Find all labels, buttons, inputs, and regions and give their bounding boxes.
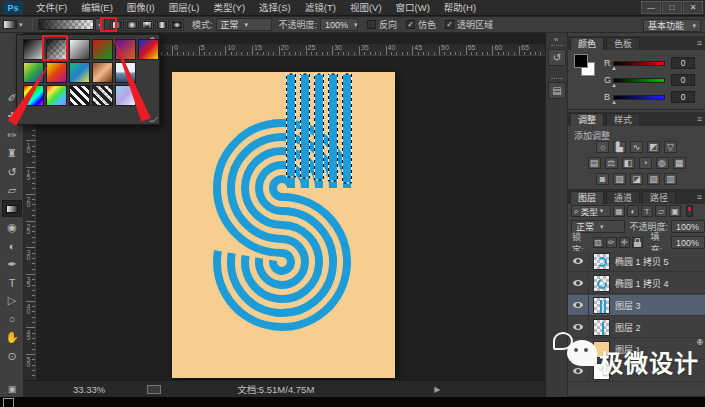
tab-色板[interactable]: 色板 <box>606 37 640 50</box>
menu-类型(Y)[interactable]: 类型(Y) <box>206 0 252 16</box>
filter-adjustment-icon[interactable]: ◐ <box>627 205 639 217</box>
channel-slider[interactable]: ▲ <box>613 61 665 66</box>
layer-thumbnail[interactable] <box>593 275 610 292</box>
status-menu-arrow[interactable]: ▶ <box>434 385 440 394</box>
dodge-tool[interactable]: ◐ <box>2 237 22 254</box>
path-selection-tool[interactable]: ▷ <box>2 292 22 309</box>
radial-gradient-button[interactable] <box>125 19 139 31</box>
channel-value[interactable]: 0 <box>671 74 695 86</box>
gradient-swatch-black-white[interactable] <box>69 39 90 60</box>
gradient-preview[interactable] <box>38 19 94 30</box>
shape-tool[interactable]: ○ <box>2 311 22 328</box>
color-lookup-icon[interactable]: ▦ <box>673 157 686 169</box>
properties-panel-button[interactable]: ▤ <box>548 82 566 99</box>
gradient-swatch-violet-orange[interactable] <box>115 39 136 60</box>
menu-帮助(H)[interactable]: 帮助(H) <box>437 0 483 16</box>
expand-panels-icon[interactable]: « <box>554 35 558 44</box>
resize-grip[interactable] <box>149 117 159 122</box>
channel-value[interactable]: 0 <box>671 57 695 69</box>
vibrance-icon[interactable]: ▽ <box>664 141 677 153</box>
slider-marker[interactable]: ▲ <box>611 65 617 71</box>
pen-tool[interactable]: ✒ <box>2 256 22 273</box>
curves-icon[interactable]: ∿ <box>630 141 643 153</box>
checkbox-反向[interactable]: 反向 <box>367 18 397 31</box>
menu-图层(L)[interactable]: 图层(L) <box>162 0 207 16</box>
menu-图像(I)[interactable]: 图像(I) <box>120 0 162 16</box>
gradient-swatch-yellow-red-violet[interactable] <box>46 62 67 83</box>
document-canvas[interactable] <box>172 72 395 378</box>
minimize-button[interactable]: — <box>641 1 661 14</box>
fill-select[interactable]: 100%▾ <box>671 236 705 249</box>
opacity-select[interactable]: 100%▾ <box>320 18 358 31</box>
slider-marker[interactable]: ▲ <box>611 82 617 88</box>
channel-mixer-icon[interactable]: ◍ <box>656 157 669 169</box>
invert-icon[interactable]: ◙ <box>596 173 609 185</box>
levels-icon[interactable]: ▙ <box>613 141 626 153</box>
tab-图层[interactable]: 图层 <box>570 191 604 204</box>
gradient-swatch-spectrum[interactable] <box>23 85 44 106</box>
gradient-swatch-yellow-green-blue[interactable] <box>23 62 44 83</box>
panel-menu-icon[interactable]: ≡ <box>697 114 702 124</box>
history-brush-tool[interactable]: ↺ <box>2 164 22 181</box>
brush-tool[interactable]: ✏ <box>2 127 22 144</box>
visibility-eye-icon[interactable] <box>573 258 583 264</box>
menu-窗口(W)[interactable]: 窗口(W) <box>389 0 437 16</box>
document-info[interactable]: 文档:5.51M/4.75M <box>237 382 314 396</box>
zoom-level[interactable]: 33.33% <box>73 384 105 395</box>
color-balance-icon[interactable]: ⚖ <box>605 157 618 169</box>
gradient-swatch-pastel-blue[interactable] <box>115 85 136 106</box>
angle-gradient-button[interactable] <box>140 19 154 31</box>
gradient-swatch-copper[interactable] <box>92 62 113 83</box>
tab-调整[interactable]: 调整 <box>570 113 604 126</box>
gradient-swatch-transparent-stripes[interactable] <box>92 85 113 106</box>
layer-filter-select[interactable]: ⌕ 类型 ▾ <box>571 205 611 217</box>
gradient-swatch-blue-red-yellow[interactable] <box>138 39 159 60</box>
gradient-swatch-red-green[interactable] <box>92 39 113 60</box>
photo-filter-icon[interactable]: ◔ <box>639 157 652 169</box>
reflected-gradient-button[interactable] <box>155 19 169 31</box>
gradient-swatch-green-cyan-yellow[interactable] <box>69 62 90 83</box>
menu-选择(S)[interactable]: 选择(S) <box>252 0 298 16</box>
slider-marker[interactable]: ▲ <box>611 99 617 105</box>
menu-视图(V)[interactable]: 视图(V) <box>343 0 389 16</box>
menu-文件(F)[interactable]: 文件(F) <box>29 0 74 16</box>
visibility-eye-icon[interactable] <box>573 302 583 308</box>
black-white-icon[interactable]: ◧ <box>622 157 635 169</box>
panel-menu-icon[interactable]: ≡ <box>697 38 702 48</box>
exposure-icon[interactable]: ◩ <box>647 141 660 153</box>
layer-opacity-select[interactable]: 100%▾ <box>671 220 705 233</box>
channel-slider[interactable]: ▲ <box>613 95 665 100</box>
maximize-button[interactable]: □ <box>662 1 682 14</box>
checkbox-仿色[interactable]: ✓仿色 <box>406 18 436 31</box>
layer-row[interactable]: 椭圆 1 拷贝 4 <box>568 273 705 294</box>
brightness-contrast-icon[interactable]: ☼ <box>596 141 609 153</box>
tab-路径[interactable]: 路径 <box>642 191 676 204</box>
menu-编辑(E)[interactable]: 编辑(E) <box>74 0 120 16</box>
layer-thumbnail[interactable] <box>593 297 610 314</box>
channel-slider[interactable]: ▲ <box>613 78 665 83</box>
blur-tool[interactable]: ◉ <box>2 219 22 236</box>
posterize-icon[interactable]: ▨ <box>613 173 626 185</box>
filter-toggle-switch[interactable] <box>686 205 693 217</box>
history-panel-button[interactable]: ↺ <box>548 49 566 66</box>
filter-type-icon[interactable]: T <box>641 205 653 217</box>
visibility-eye-icon[interactable] <box>573 280 583 286</box>
zoom-tool[interactable]: ⊙ <box>2 348 22 365</box>
gradient-swatch-fg-to-bg[interactable] <box>23 39 44 60</box>
panel-menu-icon[interactable]: ≡ <box>697 192 702 202</box>
lock-all-icon[interactable] <box>632 237 643 248</box>
diamond-gradient-button[interactable] <box>170 19 184 31</box>
gradient-swatch-transparent-rainbow[interactable] <box>46 85 67 106</box>
gradient-swatch-neutral-stripes[interactable] <box>69 85 90 106</box>
lock-pixels-icon[interactable]: ✏ <box>606 237 617 248</box>
gradient-tool[interactable] <box>2 200 22 217</box>
menu-滤镜(T)[interactable]: 滤镜(T) <box>298 0 343 16</box>
hue-saturation-icon[interactable]: ▤ <box>588 157 601 169</box>
gradient-map-icon[interactable]: ▥ <box>664 173 677 185</box>
foreground-color-swatch[interactable] <box>3 398 14 407</box>
layer-thumbnail[interactable] <box>593 253 610 270</box>
layer-row[interactable]: 椭圆 1 拷贝 5 <box>568 251 705 272</box>
quick-mask-button[interactable]: ▣ <box>2 380 22 397</box>
gradient-swatch-chrome[interactable] <box>115 62 136 83</box>
threshold-icon[interactable]: ◪ <box>630 173 643 185</box>
